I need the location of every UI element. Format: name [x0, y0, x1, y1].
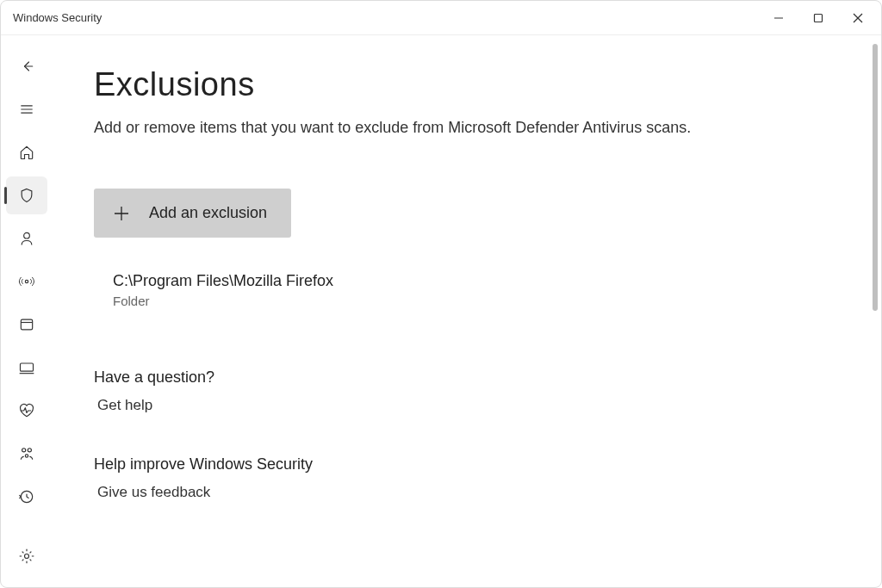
- history-icon: [18, 488, 35, 505]
- svg-point-14: [22, 449, 26, 452]
- device-icon: [18, 359, 35, 376]
- sidebar-item-device-security[interactable]: [6, 349, 47, 387]
- menu-button[interactable]: [6, 90, 47, 128]
- heart-health-icon: [18, 402, 35, 419]
- sidebar-item-device-performance[interactable]: [6, 392, 47, 430]
- network-icon: [18, 273, 35, 290]
- sidebar-item-settings[interactable]: [6, 537, 47, 575]
- svg-point-9: [25, 280, 28, 282]
- page-title: Exclusions: [94, 66, 840, 103]
- maximize-button[interactable]: [798, 2, 838, 34]
- account-icon: [18, 230, 35, 247]
- help-heading: Have a question?: [94, 368, 840, 387]
- app-control-icon: [18, 316, 35, 333]
- add-exclusion-label: Add an exclusion: [149, 204, 267, 222]
- exclusion-type: Folder: [113, 294, 840, 308]
- window-title: Windows Security: [13, 11, 102, 24]
- sidebar-item-virus-protection[interactable]: [6, 176, 47, 214]
- content-area: Exclusions Add or remove items that you …: [53, 35, 881, 587]
- sidebar-item-app-browser-control[interactable]: [6, 306, 47, 344]
- gear-icon: [18, 548, 35, 565]
- sidebar-item-protection-history[interactable]: [6, 478, 47, 516]
- sidebar-item-family-options[interactable]: [6, 435, 47, 473]
- svg-rect-10: [21, 319, 32, 330]
- titlebar: Windows Security: [1, 1, 881, 35]
- window-controls: [759, 2, 878, 34]
- improve-heading: Help improve Windows Security: [94, 455, 840, 473]
- back-button[interactable]: [6, 47, 47, 85]
- home-icon: [18, 144, 35, 161]
- svg-point-8: [24, 232, 30, 238]
- sidebar-item-firewall[interactable]: [6, 263, 47, 300]
- get-help-link[interactable]: Get help: [94, 397, 840, 414]
- exclusion-item[interactable]: C:\Program Files\Mozilla Firefox Folder: [94, 272, 840, 308]
- feedback-link[interactable]: Give us feedback: [94, 484, 840, 501]
- sidebar: [1, 35, 53, 587]
- svg-rect-12: [21, 363, 34, 371]
- scrollbar[interactable]: [873, 44, 878, 311]
- family-icon: [18, 445, 35, 462]
- svg-rect-1: [815, 14, 823, 22]
- svg-point-15: [28, 449, 31, 452]
- add-exclusion-button[interactable]: Add an exclusion: [94, 189, 291, 238]
- exclusion-path: C:\Program Files\Mozilla Firefox: [113, 272, 840, 290]
- svg-point-18: [25, 554, 29, 559]
- minimize-button[interactable]: [759, 2, 798, 34]
- page-subtitle: Add or remove items that you want to exc…: [94, 119, 840, 137]
- shield-icon: [18, 187, 35, 204]
- close-icon: [853, 13, 863, 23]
- sidebar-item-home[interactable]: [6, 133, 47, 171]
- svg-point-16: [25, 455, 28, 457]
- maximize-icon: [813, 13, 823, 23]
- arrow-left-icon: [18, 58, 35, 75]
- hamburger-icon: [18, 101, 35, 118]
- sidebar-item-account-protection[interactable]: [6, 220, 47, 257]
- minimize-icon: [773, 13, 784, 23]
- close-button[interactable]: [838, 2, 878, 34]
- plus-icon: [113, 205, 130, 222]
